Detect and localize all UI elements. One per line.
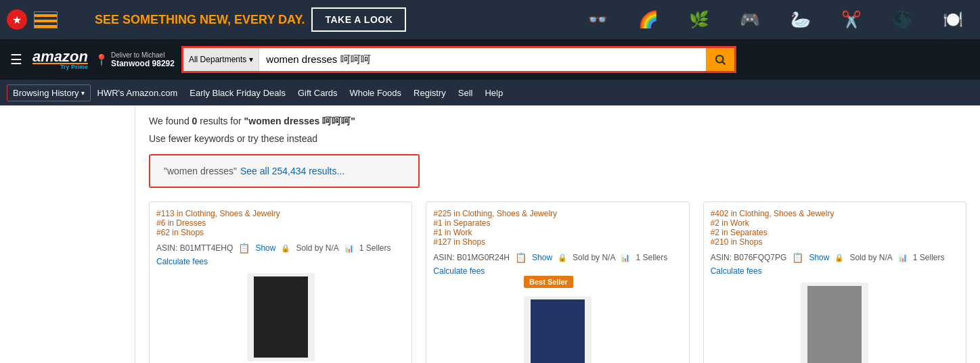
asin-label-3: ASIN: B076FQQ7PG [711,253,787,262]
deliver-to-section[interactable]: 📍 Deliver to Michael Stanwood 98292 [95,51,175,68]
product-2-ranking: #225 in Clothing, Shoes & Jewelry #1 in … [433,209,682,247]
ranking-2-separates[interactable]: #1 in Separates [433,218,490,228]
lock-icon-3: 🔒 [834,253,844,262]
ranking-1-dresses[interactable]: #6 in Dresses [156,218,206,228]
nav-item-black-friday[interactable]: Early Black Friday Deals [184,85,291,101]
browsing-history-arrow: ▾ [81,89,85,97]
product-1-asin-row: ASIN: B01MTT4EHQ 📋 Show 🔒 Sold by N/A 📊 … [156,243,405,253]
banner-red-icon: ★ [7,9,27,30]
lock-icon-2: 🔒 [558,253,567,262]
banner-img-rainbow: 🌈 [628,5,669,35]
top-banner: ★ SEE SOMETHING NEW, EVERY DAY. TAKE A L… [0,0,980,39]
banner-img-sunglasses: 👓 [577,5,618,35]
results-header: We found 0 results for "women dresses 呵呵… [149,116,966,128]
content-area: We found 0 results for "women dresses 呵呵… [0,105,980,363]
suggestion-link[interactable]: See all 254,434 results... [240,166,344,176]
chart-icon-2: 📊 [621,253,630,262]
chart-icon-3: 📊 [898,253,908,262]
banner-logo-area: ★ [7,9,88,30]
banner-img-swan: 🦢 [780,5,821,35]
product-3-ranking: #402 in Clothing, Shoes & Jewelry #2 in … [711,209,959,247]
ranking-2-work[interactable]: #1 in Work [433,228,472,237]
ranking-3-work[interactable]: #2 in Work [711,218,749,228]
nav-item-sell[interactable]: Sell [453,85,478,101]
search-button[interactable] [706,48,734,71]
copy-icon-1[interactable]: 📋 [238,243,250,253]
banner-img-plant: 🌿 [679,5,719,35]
ranking-2-clothing[interactable]: #225 in Clothing, Shoes & Jewelry [433,209,557,218]
product-card-2: #225 in Clothing, Shoes & Jewelry #1 in … [426,201,689,363]
banner-images: 👓 🌈 🌿 🎮 🦢 ✂️ 🌑 🍽️ [413,5,973,35]
copy-icon-3[interactable]: 📋 [792,252,803,263]
header: ☰ amazon Try Prime 📍 Deliver to Michael … [0,39,980,80]
ranking-1-clothing[interactable]: #113 in Clothing, Shoes & Jewelry [156,209,280,218]
nav-item-whole-foods[interactable]: Whole Foods [344,85,407,101]
product-2-asin-row: ASIN: B01MG0R24H 📋 Show 🔒 Sold by N/A 📊 … [433,252,682,263]
copy-icon-2[interactable]: 📋 [515,252,527,263]
suggestion-inner: "women dresses" See all 254,434 results.… [150,155,418,187]
product-card-3: #402 in Clothing, Shoes & Jewelry #2 in … [703,201,966,363]
svg-point-0 [716,55,723,63]
main-content: We found 0 results for "women dresses 呵呵… [135,105,980,363]
ranking-2-shops[interactable]: #127 in Shops [433,237,485,247]
nav-item-gift-cards[interactable]: Gift Cards [292,85,343,101]
asin-label-2: ASIN: B01MG0R24H [433,253,510,262]
show-link-2[interactable]: Show [532,253,552,262]
show-link-3[interactable]: Show [809,253,829,262]
search-input[interactable] [259,48,706,71]
ranking-3-shops[interactable]: #210 in Shops [711,237,763,247]
asin-label-1: ASIN: B01MTT4EHQ [156,243,233,253]
banner-img-orb: 🌑 [882,5,922,35]
best-seller-badge: Best Seller [524,276,573,288]
product-3-image-area [711,283,959,363]
nav-item-hwrs-amazon[interactable]: HWR's Amazon.com [92,85,183,101]
search-bar-wrapper: All Departments ▾ [181,46,736,73]
ranking-3-separates[interactable]: #2 in Separates [711,228,767,237]
product-3-asin-row: ASIN: B076FQQ7PG 📋 Show 🔒 Sold by N/A 📊 … [711,252,959,263]
banner-img-scissors: ✂️ [831,5,872,35]
ranking-1-shops[interactable]: #62 in Shops [156,228,204,237]
nav-item-browsing-history[interactable]: Browsing History ▾ [7,84,91,101]
nav-item-help[interactable]: Help [479,85,508,101]
suggestion-query-text: "women dresses" [164,166,237,176]
calculate-fees-1[interactable]: Calculate fees [156,257,208,266]
sidebar [0,105,135,363]
suggestion-box: "women dresses" See all 254,434 results.… [149,154,420,188]
product-2-image [524,296,592,363]
nav-bar: Browsing History ▾ HWR's Amazon.com Earl… [0,80,980,105]
show-link-1[interactable]: Show [255,243,275,253]
location-pin-icon: 📍 [95,53,108,66]
hamburger-menu[interactable]: ☰ [7,48,26,71]
product-1-image-area [156,273,405,361]
banner-stripes-icon [34,11,58,28]
product-1-ranking: #113 in Clothing, Shoes & Jewelry #6 in … [156,209,405,237]
calculate-fees-2[interactable]: Calculate fees [433,266,485,276]
products-grid: #113 in Clothing, Shoes & Jewelry #6 in … [149,201,966,363]
amazon-logo-text: amazon Try Prime [32,49,88,70]
product-2-image-area: Best Seller [433,283,682,363]
chart-icon-1: 📊 [344,244,354,253]
product-3-image [801,283,868,363]
product-card-1: #113 in Clothing, Shoes & Jewelry #6 in … [149,201,412,363]
department-selector[interactable]: All Departments ▾ [183,48,259,71]
nav-item-registry[interactable]: Registry [408,85,451,101]
amazon-logo[interactable]: amazon Try Prime [32,49,88,70]
ranking-3-clothing[interactable]: #402 in Clothing, Shoes & Jewelry [711,209,834,218]
nav-links: Browsing History ▾ HWR's Amazon.com Earl… [7,84,973,101]
lock-icon-1: 🔒 [281,244,290,253]
product-1-image [247,273,315,361]
banner-text: SEE SOMETHING NEW, EVERY DAY. [95,13,305,27]
results-sub: Use fewer keywords or try these instead [149,133,966,144]
banner-img-game: 🎮 [730,5,770,35]
svg-line-1 [722,62,725,64]
calculate-fees-3[interactable]: Calculate fees [711,266,762,276]
take-a-look-button[interactable]: TAKE A LOOK [311,7,406,32]
banner-img-food: 🍽️ [933,5,973,35]
